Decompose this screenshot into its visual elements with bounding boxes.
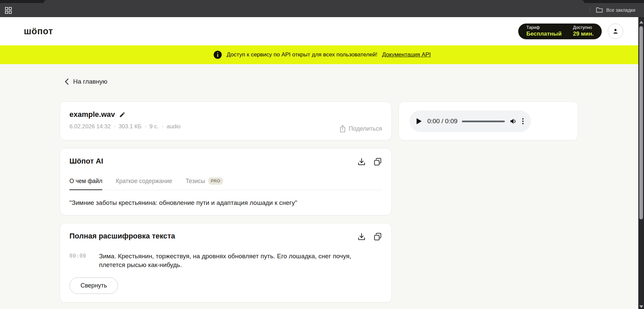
segment-text: Зима. Крестьянин, торжествуя, на дровнях… [99,252,377,269]
ai-content-text: "Зимние заботы крестьянина: обновление п… [69,199,382,207]
share-label: Поделиться [349,125,382,132]
browser-bookmarks-bar: Все закладки [0,0,644,17]
browser-active-tab[interactable] [44,0,584,3]
scrollbar-thumb[interactable] [639,26,643,219]
segment-timestamp: 00:00 [69,252,86,269]
edit-pencil-icon[interactable] [119,112,125,118]
tariff-value: Бесплатный [526,30,561,38]
apps-grid-icon[interactable] [4,6,12,14]
tab-theses[interactable]: Тезисы PRO [185,177,223,190]
bookmarks-divider [590,7,590,13]
file-date: 6.02.2026 14:32 [69,123,111,130]
tab-summary[interactable]: Краткое содержание [116,177,172,190]
back-label: На главную [73,78,107,85]
play-icon[interactable] [416,118,423,125]
tab-label: Тезисы [185,178,205,185]
page-scrollbar[interactable] [638,17,644,309]
scrollbar-up-arrow[interactable] [639,21,643,24]
api-banner: Доступ к сервису по API открыт для всех … [0,45,644,64]
file-duration: 9 с. [150,123,159,130]
tariff-pill[interactable]: Тариф Бесплатный Доступно 29 мин. [518,24,602,39]
audio-player-card: 0:00 / 0:09 [398,101,578,140]
chevron-left-icon [64,78,69,85]
folder-icon [596,7,603,13]
logo[interactable]: шӧпот [24,26,53,37]
download-icon[interactable] [357,158,366,166]
meta-dot: · [145,123,147,130]
file-type: audio [167,123,181,130]
banner-text: Доступ к сервису по API открыт для всех … [227,51,377,58]
all-bookmarks-label: Все закладки [606,7,635,13]
meta-dot: · [114,123,116,130]
ai-summary-card: Шӧпот AI [60,148,392,215]
meta-dot: · [162,123,164,130]
ai-card-title: Шӧпот AI [69,157,103,166]
audio-time: 0:00 / 0:09 [427,118,458,125]
file-name: example.wav [69,110,115,119]
volume-icon[interactable] [509,117,517,125]
api-docs-link[interactable]: Документация API [382,51,431,58]
available-value: 29 мин. [573,30,594,38]
tab-label: Краткое содержание [116,178,172,185]
download-icon[interactable] [357,232,366,241]
back-to-home-link[interactable]: На главную [64,78,107,85]
copy-icon[interactable] [373,158,382,166]
file-size: 303.1 КБ [119,123,142,130]
pro-badge: PRO [208,177,223,185]
tab-about-file[interactable]: О чем файл [69,177,102,190]
app-header: шӧпот Тариф Бесплатный Доступно 29 мин. [0,17,644,45]
tab-label: О чем файл [69,178,102,185]
audio-player: 0:00 / 0:09 [410,111,531,132]
copy-icon[interactable] [373,232,382,241]
file-info-card: example.wav 6.02.2026 14:32 · 303.1 КБ ·… [60,101,392,140]
audio-progress-bar[interactable] [462,121,505,122]
available-label: Доступно [573,25,594,31]
info-icon [213,50,222,59]
share-icon [339,125,346,133]
main-content: На главную example.wav 6.02.2026 14:32 ·… [0,64,644,309]
all-bookmarks-button[interactable]: Все закладки [590,3,635,17]
transcript-card: Полная расшифровка текста [60,223,392,303]
browser-tabstrip [0,0,644,3]
collapse-button[interactable]: Свернуть [69,277,118,294]
scrollbar-down-arrow[interactable] [639,305,643,308]
person-icon [612,28,619,35]
tariff-label: Тариф [526,25,561,31]
user-avatar-button[interactable] [608,24,623,39]
transcript-card-title: Полная расшифровка текста [69,232,175,240]
ai-tabs: О чем файл Краткое содержание Тезисы PRO [69,177,382,190]
file-meta: 6.02.2026 14:32 · 303.1 КБ · 9 с. · audi… [69,123,382,130]
transcript-segment: 00:00 Зима. Крестьянин, торжествуя, на д… [69,252,382,269]
kebab-menu-icon[interactable] [522,117,524,125]
share-button[interactable]: Поделиться [339,125,382,133]
